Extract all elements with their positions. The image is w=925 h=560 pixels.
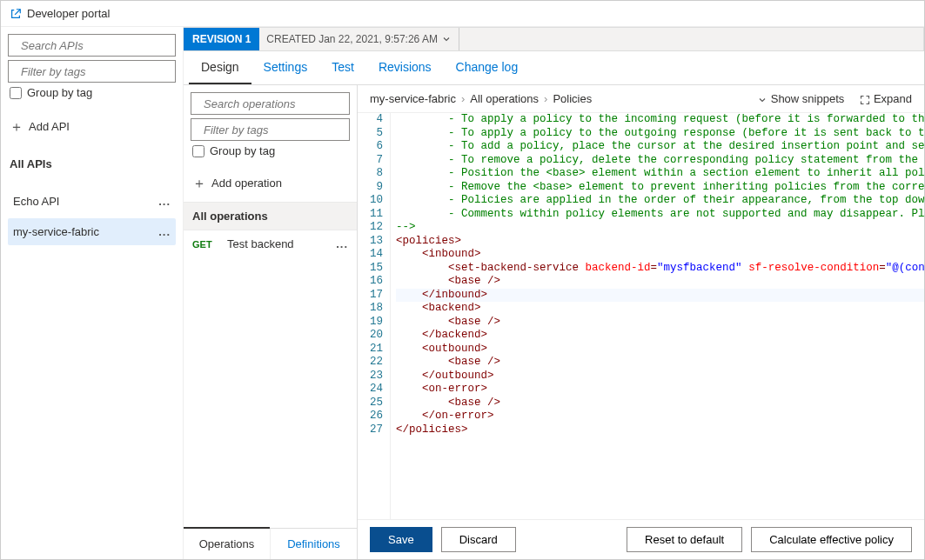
more-icon[interactable]: ... — [336, 237, 348, 250]
revision-bar: REVISION 1 CREATED Jan 22, 2021, 9:57:26… — [184, 27, 924, 51]
line-gutter: 4 5 6 7 8 9 10 11 12 13 14 15 16 17 18 1… — [358, 113, 391, 519]
more-icon[interactable]: ... — [158, 195, 171, 208]
api-sidebar: Group by tag ＋ Add API All APIs Echo API… — [1, 27, 184, 559]
crumb-page: Policies — [553, 92, 592, 105]
tab-design[interactable]: Design — [189, 51, 251, 84]
crumb-ops[interactable]: All operations — [470, 92, 539, 105]
policy-editor[interactable]: 4 5 6 7 8 9 10 11 12 13 14 15 16 17 18 1… — [358, 113, 924, 519]
external-link-icon — [10, 8, 22, 20]
expand-label: Expand — [874, 92, 912, 105]
search-operations-input[interactable] — [191, 92, 350, 115]
all-operations-heading[interactable]: All operations — [184, 202, 357, 230]
group-by-tag-label: Group by tag — [27, 86, 92, 99]
tab-definitions[interactable]: Definitions — [270, 529, 357, 559]
crumb-api[interactable]: my-service-fabric — [370, 92, 456, 105]
code-content[interactable]: - To apply a policy to the incoming requ… — [391, 113, 924, 519]
api-item-label: Echo API — [13, 195, 59, 208]
filter-tags-input[interactable] — [8, 60, 176, 83]
search-apis-field[interactable] — [19, 38, 170, 53]
sidebar-item-my-service-fabric[interactable]: my-service-fabric ... — [8, 218, 176, 245]
search-apis-input[interactable] — [8, 34, 176, 57]
search-operations-field[interactable] — [202, 97, 352, 111]
revision-meta-label: CREATED Jan 22, 2021, 9:57:26 AM — [266, 33, 438, 45]
ops-filter-tags-input[interactable] — [191, 118, 350, 141]
calculate-effective-policy-button[interactable]: Calculate effective policy — [751, 527, 912, 552]
http-method-label: GET — [192, 239, 218, 250]
plus-icon: ＋ — [192, 177, 206, 190]
add-operation-button[interactable]: ＋ Add operation — [191, 171, 350, 195]
chevron-down-icon — [441, 34, 452, 44]
reset-to-default-button[interactable]: Reset to default — [627, 527, 742, 552]
tab-revisions[interactable]: Revisions — [366, 51, 444, 84]
ops-bottom-tabs: Operations Definitions — [184, 528, 357, 559]
add-api-label: Add API — [29, 120, 70, 133]
save-button[interactable]: Save — [370, 527, 432, 552]
ops-group-by-tag-box[interactable] — [192, 145, 204, 157]
tab-operations[interactable]: Operations — [184, 527, 270, 559]
plus-icon: ＋ — [10, 121, 23, 133]
operation-item-test-backend[interactable]: GET Test backend ... — [184, 230, 357, 257]
show-snippets-label: Show snippets — [771, 92, 845, 105]
discard-button[interactable]: Discard — [441, 527, 516, 552]
all-apis-heading: All APIs — [8, 152, 176, 176]
chevron-down-icon — [757, 95, 767, 105]
api-tabs: Design Settings Test Revisions Change lo… — [184, 51, 924, 85]
add-api-button[interactable]: ＋ Add API — [8, 115, 176, 138]
operation-label: Test backend — [227, 237, 294, 250]
expand-icon — [860, 95, 870, 105]
developer-portal-label: Developer portal — [27, 7, 110, 20]
more-icon[interactable]: ... — [158, 225, 171, 238]
sidebar-item-echo-api[interactable]: Echo API ... — [8, 188, 176, 215]
tab-settings[interactable]: Settings — [251, 51, 320, 84]
filter-tags-field[interactable] — [19, 64, 170, 79]
group-by-tag-box[interactable] — [10, 87, 22, 99]
revision-badge: REVISION 1 — [184, 28, 259, 50]
tab-test[interactable]: Test — [319, 51, 366, 84]
show-snippets-toggle[interactable]: Show snippets — [757, 92, 844, 105]
add-operation-label: Add operation — [211, 177, 282, 190]
ops-group-by-tag-checkbox[interactable]: Group by tag — [191, 144, 350, 157]
ops-filter-tags-field[interactable] — [202, 123, 352, 137]
revision-dropdown[interactable]: CREATED Jan 22, 2021, 9:57:26 AM — [259, 28, 459, 50]
tab-changelog[interactable]: Change log — [444, 51, 531, 84]
api-item-label: my-service-fabric — [13, 225, 99, 238]
group-by-tag-checkbox[interactable]: Group by tag — [8, 86, 176, 99]
operations-panel: Group by tag ＋ Add operation All operati… — [184, 85, 358, 559]
expand-button[interactable]: Expand — [860, 92, 912, 105]
breadcrumb: my-service-fabric› All operations› Polic… — [370, 92, 592, 105]
developer-portal-link[interactable]: Developer portal — [1, 1, 924, 27]
ops-group-by-tag-label: Group by tag — [210, 144, 275, 157]
